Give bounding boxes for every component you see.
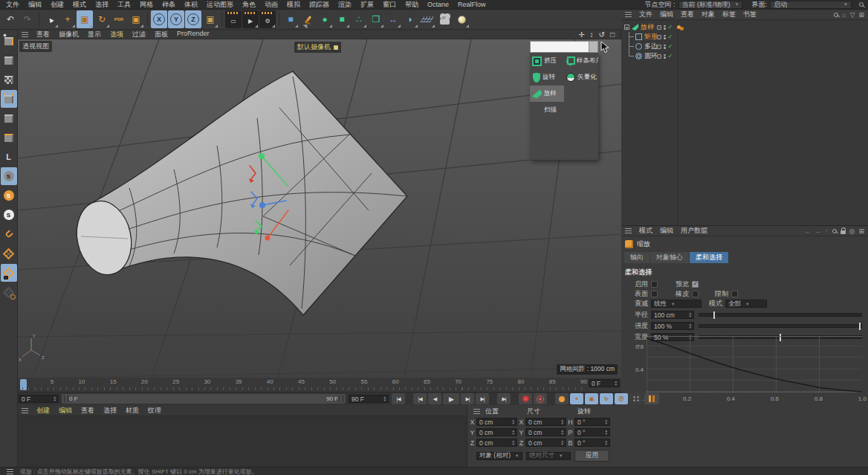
prev-frame-button[interactable]: ◀ [428,393,441,404]
popup-search-clear-icon[interactable] [589,42,597,52]
size-mode-select[interactable]: 绝对尺寸▼ [526,452,571,460]
object-manager-menu-item[interactable]: 书签 [739,10,760,19]
keyframe-selection-button[interactable] [629,393,643,404]
autokey-button[interactable] [534,393,547,404]
popup-item-loft[interactable]: 放样 [530,85,564,102]
material-menu-select[interactable]: 选择 [99,406,121,416]
record-scale-toggle[interactable]: ▣ [585,393,598,404]
menubar-item[interactable]: 窗口 [378,0,401,10]
object-manager-menu-item[interactable]: 文件 [635,10,656,19]
attribute-menu-icon[interactable] [625,228,632,233]
subdivision-surface-generator[interactable]: ● [317,10,333,28]
viewport-menu-icon[interactable] [22,32,28,37]
play-button[interactable]: ▶ [443,393,459,404]
workplane-button[interactable]: L [1,148,17,166]
search-icon[interactable] [859,2,864,7]
search-icon[interactable] [834,13,838,17]
current-frame-field[interactable]: 0 F▲▼ [19,395,59,403]
undo-button[interactable]: ↶ [2,10,19,28]
viewport-menu-camera[interactable]: 摄像机 [54,30,83,39]
attribute-menu-item[interactable]: 用户数据 [677,226,711,236]
enable-checkbox[interactable] [651,281,658,288]
visibility-dots[interactable] [664,45,666,49]
object-row-rectangle[interactable]: 矩形 ✓ [621,32,868,42]
next-frame-button[interactable]: ▶| [461,393,474,404]
texture-mode-button[interactable] [1,71,17,88]
maximize-view-icon[interactable]: □ [610,30,615,39]
menubar-item[interactable]: 帮助 [401,0,423,10]
attribute-menu-item[interactable]: 模式 [635,226,656,236]
lock-icon[interactable] [841,230,846,234]
goto-end-button[interactable]: ▶| [497,393,511,404]
snap-enable-button[interactable]: S [1,167,17,185]
visibility-dots[interactable] [664,25,666,30]
menubar-item[interactable]: 动画 [260,0,282,10]
add-cube-primitive[interactable]: ■ [282,10,299,28]
popup-item-sweep[interactable]: 扫描 [530,102,564,118]
deformers-menu[interactable]: ◗ [402,10,418,28]
position-input[interactable]: 0 cm▲▼ [476,428,517,436]
size-input[interactable]: 0 cm▲▼ [525,428,566,436]
prev-key-button[interactable]: |◀ [413,393,427,404]
search-icon[interactable] [832,229,837,233]
filter-icon[interactable]: ▽ [850,11,855,19]
record-keyframe-button[interactable] [519,393,532,404]
workplane-grid-button[interactable] [1,245,17,262]
toolbar-separator[interactable] [221,13,222,26]
volume-objects-menu[interactable]: ❐ [368,10,384,28]
strength-slider[interactable] [699,324,862,328]
layer-chip[interactable] [657,25,661,30]
lock-z-axis[interactable]: Z [185,10,201,28]
record-rotation-toggle[interactable]: ↻ [600,393,613,404]
viewport-menu-display[interactable]: 显示 [83,30,106,39]
timeline-mode-button[interactable] [644,393,659,404]
render-settings-button[interactable]: ⚙ [259,10,276,28]
size-input[interactable]: 0 cm▲▼ [525,418,566,426]
record-position-toggle[interactable]: + [570,393,583,404]
move-tool[interactable]: + [59,10,76,28]
live-selection-tool[interactable]: ▲ [42,10,59,28]
redo-button[interactable]: ↷ [19,10,36,28]
coordinates-menu-icon[interactable] [473,409,480,414]
recent-tool-mini[interactable]: PSR [111,10,127,28]
menubar-item[interactable]: 体积 [180,0,202,10]
polygon-mode-button[interactable] [1,129,17,146]
surface-checkbox[interactable] [651,291,658,297]
position-input[interactable]: 0 cm▲▼ [476,418,517,426]
toolbar-separator[interactable] [147,13,148,26]
lock-x-axis[interactable]: X [151,10,167,28]
attribute-menu-item[interactable]: 编辑 [656,226,677,236]
pan-view-icon[interactable]: ✛ [578,30,584,39]
snap-settings-button[interactable]: S [1,206,17,224]
layer-chip[interactable] [657,35,661,39]
material-manager-body[interactable] [18,416,467,467]
edge-mode-button[interactable] [1,109,17,127]
menubar-item[interactable]: 运动图形 [202,0,238,10]
modeling-objects-menu[interactable]: ∴ [351,10,367,28]
next-key-button[interactable]: ▶| [476,393,489,404]
enabled-check-icon[interactable]: ✓ [668,54,673,59]
menubar-item[interactable]: 创建 [46,0,68,10]
tab-object-axis[interactable]: 对象轴心 [650,252,689,263]
end-frame-field[interactable]: 0 F▲▼ [589,379,620,387]
object-manager-menu-icon[interactable] [625,12,632,17]
dolly-view-icon[interactable]: ↕ [590,30,594,39]
menubar-item[interactable]: 模拟 [282,0,305,10]
enabled-check-icon[interactable]: ✓ [668,25,673,30]
toolbar-separator[interactable] [39,13,39,26]
make-editable-button[interactable] [1,32,17,50]
position-input[interactable]: 0 cm▲▼ [476,439,517,447]
generators-menu[interactable]: ■ [334,10,350,28]
preview-range-slider[interactable]: 0 F 90 F [62,394,346,404]
environment-floor-menu[interactable] [419,10,435,28]
popup-item-vectorizer[interactable]: 矢量化 [564,69,598,85]
radius-input[interactable]: 100 cm▲▼ [651,311,694,319]
limit-checkbox[interactable] [731,291,738,297]
enabled-check-icon[interactable]: ✓ [668,34,673,40]
visibility-dots[interactable] [664,35,666,39]
expand-icon[interactable] [624,25,629,30]
menubar-item[interactable]: 模式 [68,0,91,10]
object-manager-menu-item[interactable]: 对象 [698,10,719,19]
orbit-view-icon[interactable]: ↺ [599,30,605,39]
object-mode-select[interactable]: 对象 (相对)▼ [476,452,522,460]
